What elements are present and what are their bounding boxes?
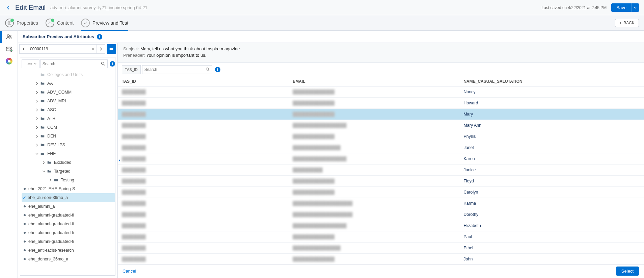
cell-email: ████████████████ <box>293 145 463 150</box>
svg-line-12 <box>208 70 209 71</box>
tree-label: ATH <box>47 116 55 121</box>
table-row[interactable]: ██████████████████Janice <box>118 165 644 176</box>
tree-label: ehe_alu-don-36mo_a <box>28 195 68 200</box>
lists-dropdown[interactable]: Lists <box>22 59 39 68</box>
table-row[interactable]: ████████████████████████Ethel <box>118 243 644 254</box>
tab-properties[interactable]: Properties <box>5 15 38 31</box>
folder-icon <box>40 81 45 86</box>
table-row[interactable]: ██████████████████████████Karen <box>118 153 644 165</box>
table-row[interactable]: ██████████████████████Mary <box>118 109 644 120</box>
cell-id: ████████ <box>122 212 293 217</box>
rail-subscribers-icon[interactable] <box>0 31 18 43</box>
tree-folder[interactable]: ASC <box>22 105 115 114</box>
tree-folder-targeted[interactable]: Targeted <box>22 167 115 176</box>
column-header-name[interactable]: NAME_CASUAL_SALUTATION <box>463 79 640 84</box>
tree-folder[interactable]: ADV_COMM <box>22 88 115 97</box>
cancel-link[interactable]: Cancel <box>123 269 136 274</box>
tree-folder[interactable]: AA <box>22 79 115 88</box>
tree-folder[interactable]: COM <box>22 123 115 132</box>
next-subscriber-button[interactable] <box>97 44 105 54</box>
column-header-id[interactable]: TAS_ID <box>122 79 293 84</box>
table-row[interactable]: ██████████████████████████Elizabeth <box>118 220 644 231</box>
cell-id: ████████ <box>122 190 293 195</box>
tree-leaf[interactable]: ehe_alumni-graduated-fi <box>22 220 115 228</box>
table-row[interactable]: ██████████████████████Carolyn <box>118 187 644 198</box>
tree-leaf-selected[interactable]: ehe_alu-don-36mo_a <box>22 193 115 202</box>
tree-leaf[interactable]: ehe_alumni-graduated-fi <box>22 211 115 220</box>
tree-folder[interactable]: DEV_IPS <box>22 141 115 149</box>
tree-folder[interactable]: Colleges and Units <box>22 70 115 79</box>
column-header-email[interactable]: EMAIL <box>293 79 463 84</box>
tree-label: ADV_COMM <box>47 90 72 95</box>
svg-point-5 <box>9 35 11 37</box>
rail-email-icon[interactable] <box>0 43 18 55</box>
tree-label: ehe_anti-racist-research <box>28 248 74 253</box>
table-row[interactable]: ██████████████████████Paul <box>118 231 644 243</box>
cell-name: Paul <box>463 234 640 239</box>
tree-folder[interactable]: ADV_MRI <box>22 97 115 105</box>
open-folder-button[interactable] <box>107 44 116 54</box>
table-row[interactable]: ██████████████████████John <box>118 254 644 264</box>
tree-label: ehe_alumni_a <box>28 204 55 209</box>
select-button[interactable]: Select <box>616 267 639 276</box>
tree-folder-excluded[interactable]: Excluded <box>22 158 115 167</box>
back-chevron-icon[interactable] <box>5 4 12 11</box>
tree-folder[interactable]: ATH <box>22 114 115 123</box>
cell-name: Phyllis <box>463 134 640 139</box>
table-row[interactable]: ████████████████████████████Karma <box>118 198 644 209</box>
tree-leaf[interactable]: ehe_alumni_a <box>22 202 115 211</box>
left-rail <box>0 31 18 278</box>
tree-info-icon[interactable]: i <box>110 61 115 67</box>
cell-name: Karma <box>463 201 640 206</box>
content-search-input[interactable] <box>142 65 212 74</box>
tree-leaf[interactable]: ehe_anti-racist-research <box>22 246 115 255</box>
cell-email: ██████████ <box>293 168 463 172</box>
table-row[interactable]: ████████████████████████Janet <box>118 142 644 153</box>
cell-email: ████████████████ <box>293 246 463 250</box>
tree-leaf[interactable]: ehe_alumni-graduated-fi <box>22 228 115 237</box>
back-button[interactable]: BACK <box>615 19 639 27</box>
cell-id: ████████ <box>122 201 293 206</box>
cell-id: ████████ <box>122 145 293 150</box>
tasid-dropdown[interactable]: TAS_ID <box>122 65 141 74</box>
tree-folder[interactable]: DEN <box>22 132 115 141</box>
cell-email: ██████████████ <box>293 101 463 105</box>
save-button[interactable]: Save <box>611 3 632 12</box>
table-row[interactable]: ██████████████████████Howard <box>118 98 644 109</box>
tab-content[interactable]: Content <box>46 15 74 31</box>
cell-name: Howard <box>463 101 640 105</box>
splitter-handle[interactable] <box>118 154 121 167</box>
panel-info-icon[interactable]: i <box>97 34 102 40</box>
content-info-icon[interactable]: i <box>215 67 220 72</box>
table-row[interactable]: ██████████████████████████Mary Ann <box>118 120 644 131</box>
tree-leaf[interactable]: ehe_donors_36mo_a <box>22 255 115 263</box>
cell-email: ██████████████ <box>293 257 463 261</box>
tree-label: ehe_alumni-graduated-fi <box>28 213 74 218</box>
tree-leaf[interactable]: ehe_alumni-graduated-fi <box>22 237 115 246</box>
tab-preview[interactable]: Preview and Test <box>81 15 128 31</box>
tabs-row: Properties Content Preview and Test BACK <box>0 15 644 31</box>
table-row[interactable]: ██████████████████████Floyd <box>118 176 644 187</box>
subscriber-id-input[interactable] <box>28 44 89 54</box>
cell-email: ██████████████ <box>293 234 463 239</box>
save-dropdown-button[interactable] <box>632 3 639 12</box>
table-body: ██████████████████████Nancy█████████████… <box>118 86 644 264</box>
cell-id: ████████ <box>122 246 293 250</box>
back-button-label: BACK <box>623 21 635 25</box>
subject-label: Subject: <box>123 46 139 51</box>
tree-label: ASC <box>47 107 56 112</box>
tree-folder-ehe[interactable]: EHE <box>22 149 115 158</box>
tree-folder-testing[interactable]: Testing <box>22 176 115 184</box>
cell-email: ████████████████████ <box>293 212 463 217</box>
folder-icon <box>40 142 45 148</box>
table-row[interactable]: ██████████████████████Nancy <box>118 86 644 98</box>
tab-properties-label: Properties <box>17 20 38 26</box>
rail-color-wheel-icon[interactable] <box>0 55 18 67</box>
tree-search-input[interactable] <box>40 59 108 68</box>
clear-subscriber-icon[interactable]: × <box>89 44 97 54</box>
tree-leaf[interactable]: ehe_2021-EHE-Spring-S <box>22 184 115 193</box>
table-row[interactable]: ██████████████████████Phyllis <box>118 131 644 142</box>
prev-subscriber-button[interactable] <box>19 44 28 54</box>
cell-name: Mary <box>463 112 640 117</box>
table-row[interactable]: ████████████████████████████Dorothy <box>118 209 644 220</box>
